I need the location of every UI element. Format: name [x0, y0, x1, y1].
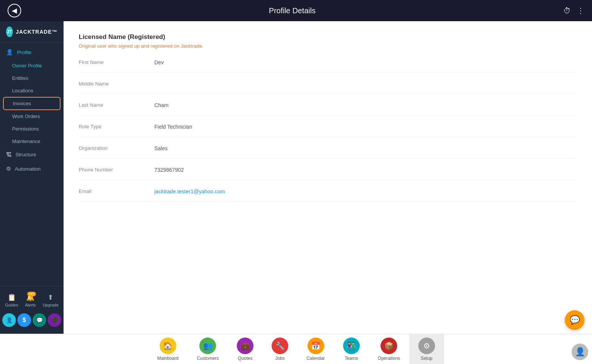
logo-text: JACKTRADE™: [16, 29, 57, 35]
sidebar-avatar-row: 👤 $ 💬 ⬛: [0, 310, 64, 330]
sidebar-item-automation[interactable]: ⚙ Automation: [0, 162, 64, 176]
nav-item-customers[interactable]: 👥Customers: [188, 334, 228, 364]
sidebar-subitem-maintenance-label: Maintenance: [12, 138, 40, 144]
alerts-badge: 222: [27, 292, 36, 296]
guides-button[interactable]: 📋 Guides: [5, 293, 18, 307]
alerts-label: Alerts: [25, 303, 36, 307]
sidebar-footer-actions: 📋 Guides 🔔 222 Alerts ⬆ Upgrade: [0, 290, 64, 310]
avatar-2[interactable]: $: [17, 313, 31, 327]
nav-item-calendar[interactable]: 📅Calendar: [297, 334, 334, 364]
nav-icon-operations: 📦: [381, 338, 397, 354]
sidebar-subitem-entities[interactable]: Entities: [0, 72, 64, 84]
nav-item-jobs[interactable]: 🔧Jobs: [263, 334, 297, 364]
nav-label-operations: Operations: [378, 356, 400, 361]
profile-fields: First NameDevMiddle NameLast NameChamRol…: [79, 59, 577, 202]
sidebar-subitem-work-orders[interactable]: Work Orders: [0, 110, 64, 123]
nav-label-customers: Customers: [197, 356, 219, 361]
page-title: Profile Details: [269, 6, 315, 15]
sidebar-logo: JT JACKTRADE™: [0, 21, 64, 43]
nav-icon-setup: ⚙: [418, 338, 435, 354]
field-label: Last Name: [79, 102, 154, 108]
guides-label: Guides: [5, 303, 18, 307]
avatar-3[interactable]: 💬: [33, 313, 46, 327]
nav-item-quotes[interactable]: 💼Quotes: [228, 334, 263, 364]
nav-item-operations[interactable]: 📦Operations: [369, 334, 409, 364]
nav-icon-jobs: 🔧: [272, 338, 288, 354]
back-button[interactable]: ◀: [8, 4, 21, 17]
field-row: First NameDev: [79, 59, 577, 73]
sidebar-item-structure[interactable]: 🏗 Structure: [0, 148, 64, 162]
alerts-badge-wrap: 🔔 222: [26, 293, 34, 302]
nav-icon-calendar: 📅: [308, 338, 324, 354]
bottom-nav-items: 🏠Mainboard👥Customers💼Quotes🔧Jobs📅Calenda…: [148, 334, 444, 364]
bottom-nav: 🏠Mainboard👥Customers💼Quotes🔧Jobs📅Calenda…: [0, 334, 592, 364]
nav-item-teams[interactable]: 👫Teams: [334, 334, 369, 364]
top-bar-actions: ⏱ ⋮: [563, 6, 584, 15]
nav-label-jobs: Jobs: [275, 356, 284, 361]
nav-item-mainboard[interactable]: 🏠Mainboard: [148, 334, 188, 364]
chat-bubble[interactable]: 💬: [565, 310, 584, 330]
sidebar-item-automation-label: Automation: [15, 166, 40, 172]
main-content: Licensed Name (Registered) Original user…: [64, 21, 592, 334]
field-row: OrganizationSales: [79, 145, 577, 159]
content-subtitle: Original user who signed up and register…: [79, 43, 577, 49]
nav-label-setup: Setup: [421, 356, 432, 361]
sidebar-subitem-locations[interactable]: Locations: [0, 84, 64, 97]
field-value: Dev: [154, 59, 164, 65]
logo-icon: JT: [6, 26, 13, 37]
nav-label-mainboard: Mainboard: [157, 356, 179, 361]
nav-label-calendar: Calendar: [306, 356, 325, 361]
avatar-1[interactable]: 👤: [2, 313, 16, 327]
field-label: Email: [79, 188, 154, 194]
upgrade-label: Upgrade: [43, 303, 59, 307]
field-row: Middle Name: [79, 81, 577, 94]
top-bar: ◀ Profile Details ⏱ ⋮: [0, 0, 592, 21]
field-row: Phone Number7329867902: [79, 167, 577, 180]
field-label: Role Type: [79, 124, 154, 129]
nav-label-teams: Teams: [345, 356, 358, 361]
sidebar-subitem-permissions[interactable]: Permissions: [0, 123, 64, 135]
sidebar-subitem-work-orders-label: Work Orders: [12, 114, 40, 119]
content-title: Licensed Name (Registered): [79, 33, 577, 41]
field-label: Phone Number: [79, 167, 154, 173]
field-row: Role TypeField Technician: [79, 124, 577, 137]
nav-icon-mainboard: 🏠: [160, 338, 176, 354]
field-label: First Name: [79, 59, 154, 65]
sidebar-bottom: 📋 Guides 🔔 222 Alerts ⬆ Upgrade 👤 $: [0, 286, 64, 334]
nav-icon-quotes: 💼: [237, 338, 253, 354]
upgrade-icon: ⬆: [48, 293, 53, 302]
sidebar-subitem-invoices-label: Invoices: [13, 101, 31, 106]
field-label: Middle Name: [79, 81, 154, 87]
field-row: Emailjacktrade.tester1@yahoo.com: [79, 188, 577, 202]
sidebar-subitem-owner-profile-label: Owner Profile: [12, 63, 42, 68]
field-value: Cham: [154, 102, 168, 108]
sidebar-subitem-entities-label: Entities: [12, 75, 28, 81]
field-label: Organization: [79, 145, 154, 151]
more-menu-icon[interactable]: ⋮: [577, 6, 584, 15]
field-value: 7329867902: [154, 167, 184, 173]
sidebar-subitem-owner-profile[interactable]: Owner Profile: [0, 59, 64, 72]
automation-icon: ⚙: [6, 165, 11, 172]
sidebar-item-structure-label: Structure: [16, 152, 36, 157]
field-row: Last NameCham: [79, 102, 577, 115]
structure-icon: 🏗: [6, 151, 12, 158]
sidebar-item-profile[interactable]: 👤 Profile: [0, 45, 64, 59]
timer-icon[interactable]: ⏱: [563, 6, 571, 15]
nav-item-setup[interactable]: ⚙Setup: [409, 334, 444, 364]
avatar-4[interactable]: ⬛: [48, 313, 61, 327]
upgrade-button[interactable]: ⬆ Upgrade: [43, 293, 59, 307]
nav-icon-teams: 👫: [343, 338, 360, 354]
sidebar-subitem-permissions-label: Permissions: [12, 126, 39, 132]
alerts-button[interactable]: 🔔 222 Alerts: [25, 293, 36, 307]
sidebar: JT JACKTRADE™ 👤 Profile Owner Profile En…: [0, 21, 64, 334]
sidebar-item-profile-label: Profile: [17, 50, 31, 55]
user-avatar[interactable]: 👤: [572, 344, 588, 360]
profile-icon: 👤: [6, 49, 13, 56]
nav-icon-customers: 👥: [199, 338, 216, 354]
field-value: Sales: [154, 145, 168, 151]
field-value: jacktrade.tester1@yahoo.com: [154, 188, 225, 194]
guides-icon: 📋: [8, 293, 16, 302]
sidebar-subitem-locations-label: Locations: [12, 88, 33, 93]
sidebar-subitem-maintenance[interactable]: Maintenance: [0, 135, 64, 148]
sidebar-subitem-invoices[interactable]: Invoices: [3, 97, 61, 110]
